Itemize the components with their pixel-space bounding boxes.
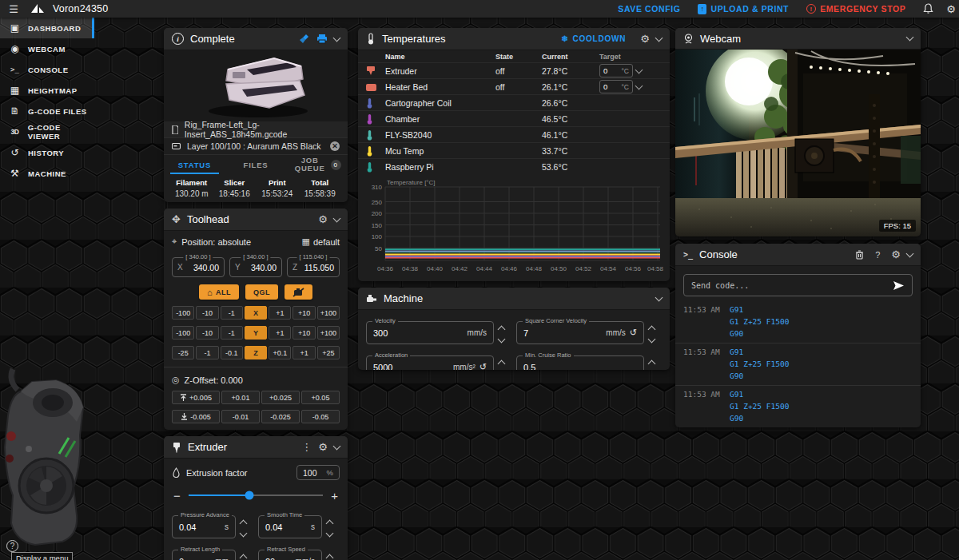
x-position-field[interactable]: [ 340.00 ] X340.00 bbox=[172, 257, 225, 277]
collapse-chevron-icon[interactable] bbox=[906, 34, 914, 42]
clear-print-broom-icon[interactable] bbox=[299, 34, 310, 44]
extruder-target-input[interactable]: 0°C bbox=[599, 64, 633, 77]
retract-speed-field[interactable]: Retract Speed 20mm/s bbox=[258, 550, 322, 560]
extrusion-factor-field[interactable]: 100 % bbox=[296, 465, 340, 480]
acceleration-field[interactable]: Acceleration 5000 mm/s²↺ bbox=[366, 355, 494, 370]
z-offset-up-0-025[interactable]: +0.025 bbox=[261, 391, 300, 404]
spinner-up-icon[interactable] bbox=[326, 519, 334, 527]
tab-job-queue[interactable]: JOB QUEUE 0 bbox=[286, 155, 348, 174]
gcode-command[interactable]: G1 Z+25 F1500 bbox=[730, 317, 789, 326]
help-icon[interactable]: ? bbox=[6, 540, 18, 552]
sidebar-item-gcode-viewer[interactable]: 3D G-CODE VIEWER bbox=[0, 121, 94, 142]
extrusion-decrease-button[interactable]: − bbox=[173, 490, 181, 502]
spinner-up-icon[interactable] bbox=[240, 519, 248, 527]
jog-y-plus-1[interactable]: +1 bbox=[269, 326, 291, 340]
z-offset-up-0-05[interactable]: +0.05 bbox=[301, 391, 340, 404]
extruder-settings-gear-icon[interactable]: ⚙ bbox=[318, 441, 328, 453]
send-code-input[interactable] bbox=[691, 281, 893, 290]
y-position-field[interactable]: [ 340.00 ] Y340.00 bbox=[229, 257, 282, 277]
spinner-down-icon[interactable] bbox=[498, 335, 506, 343]
gcode-filename-row[interactable]: Rig_Frame-Left_Lg-Insert_ABS_18h45m.gcod… bbox=[164, 121, 348, 137]
home-all-button[interactable]: ⌂ ALL bbox=[199, 284, 239, 300]
z-offset-up-0-005[interactable]: +0.005 bbox=[172, 391, 220, 404]
preset-label[interactable]: default bbox=[313, 237, 340, 247]
spinner-up-icon[interactable] bbox=[648, 359, 656, 367]
preset-dropdown-icon[interactable] bbox=[635, 66, 643, 73]
spinner-down-icon[interactable] bbox=[326, 529, 334, 537]
mainsail-logo-icon[interactable] bbox=[27, 3, 48, 14]
sidebar-item-gcode-files[interactable]: 🗎 G-CODE FILES bbox=[0, 101, 94, 121]
jog-y-plus-10[interactable]: +10 bbox=[292, 326, 315, 340]
sidebar-item-console[interactable]: >_ CONSOLE bbox=[0, 59, 94, 80]
reset-value-icon[interactable]: ↺ bbox=[630, 328, 637, 338]
temps-settings-gear-icon[interactable]: ⚙ bbox=[640, 33, 650, 45]
jog-x-minus-10[interactable]: -10 bbox=[196, 306, 218, 320]
gcode-command[interactable]: G1 Z+25 F1500 bbox=[730, 359, 789, 368]
jog-x-minus-1[interactable]: -1 bbox=[221, 306, 243, 320]
gcode-command[interactable]: G91 bbox=[730, 348, 789, 356]
jog-x-minus-100[interactable]: -100 bbox=[172, 306, 194, 320]
extrusion-increase-button[interactable]: + bbox=[331, 490, 338, 502]
qgl-button[interactable]: QGL bbox=[245, 284, 278, 300]
velocity-field[interactable]: Velocity 300 mm/s bbox=[366, 321, 494, 344]
collapse-chevron-icon[interactable] bbox=[333, 214, 341, 222]
z-offset-down-0-01[interactable]: -0.01 bbox=[221, 410, 260, 423]
gcode-command[interactable]: G1 Z+25 F1500 bbox=[730, 402, 789, 411]
gcode-command[interactable]: G91 bbox=[730, 390, 789, 399]
notifications-bell-icon[interactable] bbox=[923, 3, 933, 14]
sidebar-item-machine[interactable]: ⚒ MACHINE bbox=[0, 163, 94, 184]
jog-y-minus-10[interactable]: -10 bbox=[196, 326, 218, 340]
jog-z-plus-1[interactable]: +1 bbox=[292, 346, 315, 359]
jog-y-minus-100[interactable]: -100 bbox=[172, 326, 194, 340]
collapse-chevron-icon[interactable] bbox=[655, 293, 663, 301]
collapse-chevron-icon[interactable] bbox=[655, 34, 663, 42]
clear-console-trash-icon[interactable] bbox=[855, 250, 864, 260]
jog-x-plus-10[interactable]: +10 bbox=[292, 306, 315, 320]
sidebar-item-heightmap[interactable]: ▦ HEIGHTMAP bbox=[0, 80, 94, 101]
collapse-chevron-icon[interactable] bbox=[906, 249, 914, 257]
z-offset-down-0-05[interactable]: -0.05 bbox=[301, 410, 340, 423]
gcode-command[interactable]: G91 bbox=[730, 305, 789, 314]
tab-files[interactable]: FILES bbox=[225, 155, 287, 174]
spinner-up-icon[interactable] bbox=[498, 359, 506, 367]
spinner-down-icon[interactable] bbox=[498, 369, 506, 370]
spinner-down-icon[interactable] bbox=[240, 529, 248, 537]
pressure-advance-field[interactable]: Pressure Advance 0.04s bbox=[172, 515, 236, 538]
heater-bed-target-input[interactable]: 0°C bbox=[599, 80, 633, 93]
z-offset-down-0-005[interactable]: -0.005 bbox=[172, 410, 220, 423]
collapse-chevron-icon[interactable] bbox=[333, 442, 341, 450]
console-settings-gear-icon[interactable]: ⚙ bbox=[891, 248, 901, 260]
interface-settings-gear-icon[interactable]: ⚙ bbox=[946, 3, 956, 15]
console-help-icon[interactable]: ? bbox=[875, 250, 880, 260]
jog-x-plus-1[interactable]: +1 bbox=[269, 306, 291, 320]
jog-z-minus-0-1[interactable]: -0.1 bbox=[221, 346, 243, 359]
jog-z-minus-1[interactable]: -1 bbox=[196, 346, 218, 359]
reprint-printer-icon[interactable] bbox=[316, 34, 328, 44]
spinner-up-icon[interactable] bbox=[240, 554, 248, 560]
sidebar-item-dashboard[interactable]: ▣ DASHBOARD bbox=[0, 18, 94, 38]
gcode-command[interactable]: G90 bbox=[730, 371, 789, 380]
spinner-up-icon[interactable] bbox=[326, 554, 334, 560]
jog-y-plus-100[interactable]: +100 bbox=[317, 326, 340, 340]
temperature-chart[interactable]: Temperature [°C] 310 250 200 150 100 50 bbox=[364, 177, 663, 280]
motors-off-button[interactable] bbox=[285, 284, 312, 300]
save-config-button[interactable]: SAVE CONFIG bbox=[618, 4, 680, 14]
z-position-field[interactable]: [ 115.040 ] Z115.050 bbox=[287, 257, 340, 277]
reset-value-icon[interactable]: ↺ bbox=[480, 362, 487, 370]
collapse-chevron-icon[interactable] bbox=[333, 34, 341, 42]
square-corner-velocity-field[interactable]: Square Corner Velocity 7 mm/s↺ bbox=[516, 321, 644, 344]
jog-z-plus-0-1[interactable]: +0.1 bbox=[269, 346, 291, 359]
tab-status[interactable]: STATUS bbox=[164, 155, 225, 174]
sidebar-item-history[interactable]: ↺ HISTORY bbox=[0, 142, 94, 163]
cooldown-button[interactable]: ❄ COOLDOWN bbox=[561, 34, 626, 43]
extruder-menu-dots-icon[interactable]: ⋮ bbox=[301, 441, 312, 453]
preset-dropdown-icon[interactable] bbox=[635, 81, 643, 89]
upload-print-button[interactable]: UPLOAD & PRINT bbox=[698, 4, 789, 14]
dismiss-message-icon[interactable]: ✕ bbox=[330, 141, 340, 151]
retract-length-field[interactable]: Retract Length 0mm bbox=[172, 550, 236, 560]
menu-icon[interactable]: ☰ bbox=[0, 3, 27, 15]
gcode-command[interactable]: G90 bbox=[730, 414, 789, 423]
jog-x-plus-100[interactable]: +100 bbox=[317, 306, 340, 320]
spinner-down-icon[interactable] bbox=[648, 335, 656, 343]
extrusion-factor-slider[interactable] bbox=[189, 494, 323, 496]
